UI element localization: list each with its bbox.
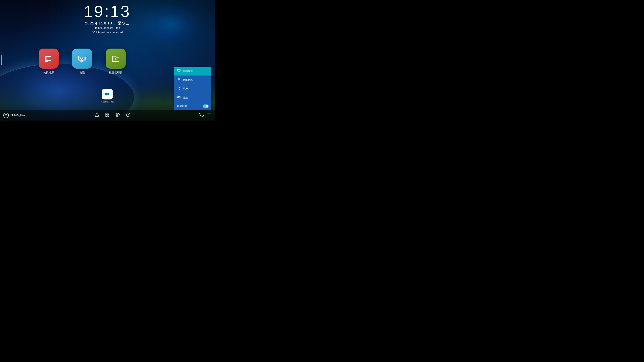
app-meeting[interactable]: 會議 — [72, 48, 92, 74]
app-file-manager[interactable]: 檔案管理員 — [106, 48, 126, 74]
upload-icon[interactable] — [95, 113, 99, 118]
menu-item-auto-start[interactable]: 自動啟動 — [174, 102, 211, 110]
menu-bluetooth-label: 藍牙 — [183, 87, 209, 90]
svg-point-9 — [82, 57, 83, 59]
svg-rect-18 — [179, 97, 180, 98]
wifi-icon — [177, 78, 181, 82]
scroll-right-indicator — [213, 55, 213, 65]
settings-icon[interactable] — [116, 113, 120, 118]
menu-desktop-mode-label: 桌面模式 — [183, 69, 209, 73]
taskbar-right-icons — [199, 113, 211, 118]
menu-item-bluetooth[interactable]: 藍牙 — [174, 84, 211, 93]
svg-point-8 — [80, 57, 81, 59]
svg-rect-24 — [106, 113, 107, 115]
meeting-icon — [72, 48, 92, 69]
bluetooth-icon — [177, 87, 181, 91]
svg-rect-13 — [178, 69, 180, 71]
taskbar-user[interactable]: EH620_User — [3, 113, 26, 118]
menu-item-connect[interactable]: 連線 — [174, 93, 211, 102]
file-manager-icon — [106, 48, 126, 69]
wireless-projection-label: 無線投影 — [43, 71, 54, 74]
file-manager-label: 檔案管理員 — [109, 71, 122, 74]
app-wireless-projection[interactable]: 無線投影 — [38, 48, 59, 74]
clock-timezone: Taipei Standard Time — [0, 26, 215, 29]
clock-area: 19:13 2022年11月18日 星期五 Taipei Standard Ti… — [0, 3, 215, 34]
no-wifi-icon — [92, 30, 95, 34]
menu-item-network[interactable]: 網際網路 — [174, 75, 211, 84]
user-avatar — [3, 113, 9, 118]
menu-network-label: 網際網路 — [183, 78, 209, 82]
google-meet-icon — [102, 89, 113, 99]
clock-date: 2022年11月18日 星期五 — [0, 21, 215, 26]
clock-network-status: Internet not connected — [0, 30, 215, 34]
svg-rect-12 — [105, 93, 108, 95]
network-status-text: Internet not connected — [96, 31, 122, 34]
taskbar: EH620_User — [0, 110, 215, 121]
context-menu: 桌面模式 網際網路 藍牙 — [174, 67, 211, 110]
google-meet-label: Google Meet — [101, 100, 114, 103]
wireless-projection-icon — [38, 48, 59, 69]
username-label: EH620_User — [10, 114, 26, 117]
phone-icon[interactable] — [199, 113, 204, 118]
clock-time: 19:13 — [0, 3, 215, 19]
svg-point-22 — [6, 114, 6, 115]
svg-rect-17 — [178, 97, 179, 98]
apps-area: 無線投影 會議 — [0, 48, 164, 74]
help-icon[interactable] — [126, 113, 130, 118]
menu-item-desktop-mode[interactable]: 桌面模式 — [174, 67, 211, 75]
monitor-icon — [177, 69, 181, 73]
hamburger-menu-icon[interactable] — [207, 113, 211, 118]
svg-rect-27 — [108, 115, 109, 117]
menu-auto-start-label: 自動啟動 — [177, 105, 200, 108]
auto-start-toggle[interactable] — [202, 105, 209, 108]
connect-icon — [177, 96, 181, 100]
grid-icon[interactable] — [105, 113, 110, 118]
svg-point-28 — [117, 114, 118, 116]
google-meet-app[interactable]: Google Meet — [101, 89, 114, 103]
menu-connect-label: 連線 — [183, 96, 209, 99]
taskbar-center-icons — [95, 113, 130, 118]
svg-rect-25 — [108, 113, 109, 115]
meeting-label: 會議 — [80, 71, 85, 74]
svg-rect-26 — [106, 115, 107, 117]
